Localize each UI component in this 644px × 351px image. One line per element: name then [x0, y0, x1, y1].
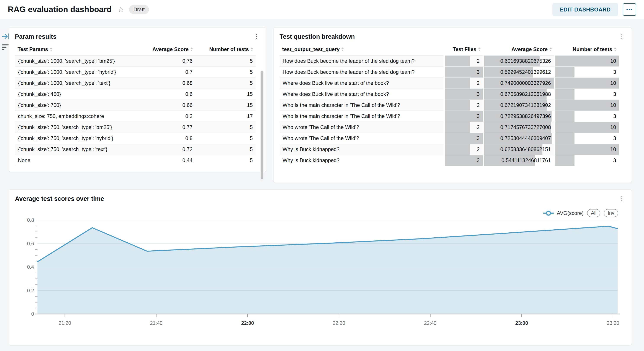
svg-text:22:20: 22:20	[332, 320, 345, 326]
column-header[interactable]: Average Score	[135, 43, 196, 55]
line-chart[interactable]: 00.20.40.60.821:2021:4022:0022:2022:4023…	[13, 216, 628, 337]
page-title: RAG evaluation dashboard	[8, 5, 112, 14]
svg-text:0.6: 0.6	[27, 241, 34, 247]
card-title: Param results	[15, 33, 56, 40]
table-row: How does Buck become the leader of the s…	[280, 66, 619, 77]
svg-text:21:20: 21:20	[59, 320, 71, 326]
more-options-button[interactable]: •••	[623, 3, 636, 16]
table-cell: None	[15, 155, 135, 166]
table-cell: 0.72	[135, 144, 196, 155]
table-cell: 15	[196, 99, 256, 111]
bar-cell: 3	[444, 133, 483, 144]
question-breakdown-table: test_output_test_queryTest FilesAverage …	[280, 43, 619, 166]
bar-cell: 3	[444, 111, 483, 122]
table-row: {'chunk_size': 1000, 'search_type': 'bm2…	[15, 55, 256, 66]
bar-cell: 3	[444, 66, 483, 77]
bar-cell: 3	[554, 111, 619, 122]
table-cell: 17	[196, 111, 256, 122]
svg-text:0.8: 0.8	[27, 217, 34, 223]
bar-cell: 3	[554, 133, 619, 144]
bar-cell: 10	[554, 122, 619, 133]
table-cell: 5	[196, 155, 256, 166]
column-header[interactable]: Number of tests	[196, 43, 256, 55]
table-row: None0.445	[15, 155, 256, 166]
bar-cell: 2	[444, 55, 483, 66]
legend-series-toggle[interactable]: AVG(score)	[543, 210, 584, 216]
scrollbar-thumb[interactable]	[261, 71, 263, 179]
table-header-row: test_output_test_queryTest FilesAverage …	[280, 43, 619, 55]
bar-cell: 0.7229538826497396	[483, 111, 554, 122]
bar-cell: 0.5229452401399612	[483, 66, 554, 77]
bar-cell: 10	[554, 144, 619, 155]
bar-cell: 0.5441113246811761	[483, 155, 554, 166]
table-cell: 5	[196, 144, 256, 155]
table-row: {'chunk_size': 1000, 'search_type': 'tex…	[15, 77, 256, 88]
table-cell: Why is Buck kidnapped?	[280, 144, 444, 155]
param-results-table: Test ParamsAverage ScoreNumber of tests …	[15, 43, 256, 166]
bar-cell: 2	[444, 77, 483, 88]
bar-cell: 0.7174576733727008	[483, 122, 554, 133]
table-row: {'chunk_size': 750, 'search_type': 'text…	[15, 144, 256, 155]
table-cell: 15	[196, 88, 256, 99]
table-cell: Who wrote 'The Call of the Wild'?	[280, 122, 444, 133]
bar-cell: 3	[554, 66, 619, 77]
svg-text:23:00: 23:00	[515, 320, 528, 326]
question-breakdown-card: Test question breakdown ⋮ test_output_te…	[273, 27, 632, 183]
table-row: chunk_size: 750, embeddings:cohere0.217	[15, 111, 256, 122]
status-badge: Draft	[129, 5, 149, 14]
kebab-menu-icon[interactable]: ⋮	[617, 33, 627, 40]
table-cell: {'chunk_size': 1000, 'search_type': 'bm2…	[15, 55, 135, 66]
table-row: Who wrote 'The Call of the Wild'?30.7253…	[280, 133, 619, 144]
table-cell: How does Buck become the leader of the s…	[280, 66, 444, 77]
table-cell: {'chunk_size': 1000, 'search_type': 'hyb…	[15, 66, 135, 77]
svg-text:23:20: 23:20	[607, 320, 619, 326]
table-row: {'chunk_size': 750, 'search_type': 'bm25…	[15, 122, 256, 133]
table-cell: Who is the main character in 'The Call o…	[280, 99, 444, 111]
star-icon[interactable]: ☆	[117, 6, 124, 13]
table-header-row: Test ParamsAverage ScoreNumber of tests	[15, 43, 256, 55]
table-scrollbar	[260, 70, 264, 182]
legend-series-label: AVG(score)	[557, 210, 584, 216]
kebab-menu-icon[interactable]: ⋮	[617, 195, 627, 202]
column-header[interactable]: Test Files	[444, 43, 483, 55]
bar-cell: 10	[554, 55, 619, 66]
table-row: {'chunk_size': 1000, 'search_type': 'hyb…	[15, 66, 256, 77]
table-cell: {'chunk_size': 750, 'search_type': 'bm25…	[15, 122, 135, 133]
column-header[interactable]: Test Params	[15, 43, 135, 55]
table-cell: 0.66	[135, 99, 196, 111]
table-row: Who wrote 'The Call of the Wild'?20.7174…	[280, 122, 619, 133]
table-row: Where does Buck live at the start of the…	[280, 77, 619, 88]
bar-cell: 2	[444, 144, 483, 155]
table-row: {'chunk_size': 750, 'search_type': 'hybr…	[15, 133, 256, 144]
table-cell: {'chunk_size': 750, 'search_type': 'text…	[15, 144, 135, 155]
table-cell: 5	[196, 122, 256, 133]
bar-cell: 3	[554, 88, 619, 99]
table-row: {'chunk_size': 700}0.6615	[15, 99, 256, 111]
card-title: Average test scores over time	[15, 195, 104, 202]
table-cell: 0.6	[135, 88, 196, 99]
table-row: Who is the main character in 'The Call o…	[280, 99, 619, 111]
table-cell: 0.44	[135, 155, 196, 166]
table-cell: Who wrote 'The Call of the Wild'?	[280, 133, 444, 144]
kebab-menu-icon[interactable]: ⋮	[252, 33, 261, 40]
table-cell: Why is Buck kidnapped?	[280, 155, 444, 166]
table-row: Who is the main character in 'The Call o…	[280, 111, 619, 122]
top-bar: RAG evaluation dashboard ☆ Draft EDIT DA…	[0, 0, 644, 19]
table-row: {'chunk_size': 450}0.615	[15, 88, 256, 99]
bar-cell: 2	[444, 122, 483, 133]
table-cell: {'chunk_size': 750, 'search_type': 'hybr…	[15, 133, 135, 144]
edit-dashboard-button[interactable]: EDIT DASHBOARD	[552, 3, 618, 16]
svg-text:0.4: 0.4	[27, 264, 34, 270]
column-header[interactable]: Number of tests	[554, 43, 619, 55]
table-cell: {'chunk_size': 1000, 'search_type': 'tex…	[15, 77, 135, 88]
svg-text:0: 0	[31, 311, 34, 317]
table-cell: {'chunk_size': 450}	[15, 88, 135, 99]
bar-cell: 3	[554, 155, 619, 166]
column-header[interactable]: test_output_test_query	[280, 43, 444, 55]
bar-cell: 0.7253044446309407	[483, 133, 554, 144]
column-header[interactable]: Average Score	[483, 43, 554, 55]
param-results-card: Param results ⋮ Test ParamsAverage Score…	[9, 27, 266, 172]
svg-text:0.2: 0.2	[27, 288, 34, 294]
table-cell: chunk_size: 750, embeddings:cohere	[15, 111, 135, 122]
table-row: Why is Buck kidnapped?20.625833648086215…	[280, 144, 619, 155]
